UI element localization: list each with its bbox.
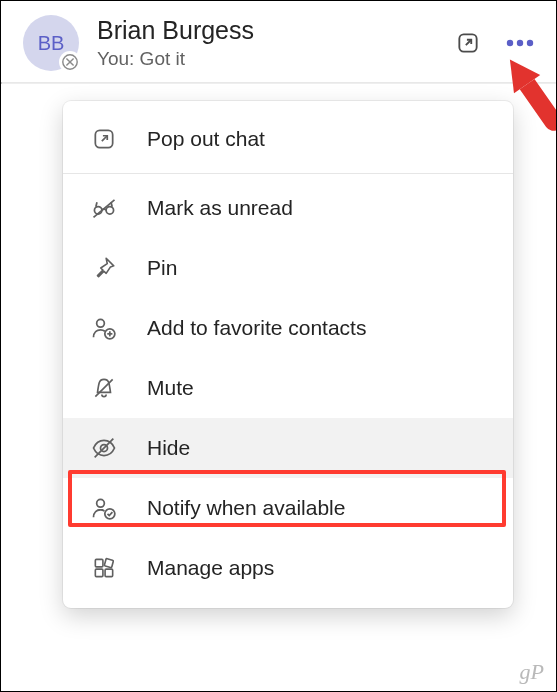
svg-point-5 — [517, 40, 523, 46]
people-add-icon — [89, 313, 119, 343]
svg-point-9 — [106, 207, 113, 214]
divider — [1, 82, 556, 84]
menu-separator — [63, 173, 513, 174]
glasses-slash-icon — [89, 193, 119, 223]
menu-item-pop-out[interactable]: Pop out chat — [63, 109, 513, 169]
menu-item-label: Pin — [147, 256, 177, 280]
svg-line-17 — [95, 439, 114, 458]
more-options-button[interactable] — [502, 25, 538, 61]
context-menu: Pop out chat Mark as unread Pin — [63, 101, 513, 608]
chat-contact-name: Brian Burgess — [97, 15, 450, 45]
pop-out-button[interactable] — [450, 25, 486, 61]
menu-item-mark-unread[interactable]: Mark as unread — [63, 178, 513, 238]
person-check-icon — [89, 493, 119, 523]
menu-item-label: Manage apps — [147, 556, 274, 580]
chat-preview: You: Got it — [97, 47, 450, 72]
avatar-wrap: BB — [23, 15, 79, 71]
avatar-initials: BB — [38, 32, 65, 55]
menu-item-pin[interactable]: Pin — [63, 238, 513, 298]
chat-actions — [450, 25, 538, 61]
presence-offline-icon — [59, 51, 81, 73]
menu-item-label: Mark as unread — [147, 196, 293, 220]
menu-item-manage-apps[interactable]: Manage apps — [63, 538, 513, 598]
pin-icon — [89, 253, 119, 283]
chat-text: Brian Burgess You: Got it — [97, 15, 450, 72]
svg-point-6 — [527, 40, 533, 46]
menu-item-hide[interactable]: Hide — [63, 418, 513, 478]
menu-item-label: Add to favorite contacts — [147, 316, 366, 340]
pop-out-icon — [89, 124, 119, 154]
bell-slash-icon — [89, 373, 119, 403]
svg-rect-22 — [95, 569, 103, 577]
menu-item-add-favorite[interactable]: Add to favorite contacts — [63, 298, 513, 358]
svg-rect-23 — [105, 569, 113, 577]
menu-item-label: Mute — [147, 376, 194, 400]
menu-item-label: Hide — [147, 436, 190, 460]
svg-point-18 — [97, 499, 105, 507]
svg-rect-21 — [104, 558, 113, 567]
svg-point-4 — [507, 40, 513, 46]
svg-rect-20 — [95, 559, 103, 567]
watermark: gP — [520, 659, 544, 685]
apps-icon — [89, 553, 119, 583]
menu-item-label: Notify when available — [147, 496, 345, 520]
menu-item-mute[interactable]: Mute — [63, 358, 513, 418]
eye-slash-icon — [89, 433, 119, 463]
menu-item-label: Pop out chat — [147, 127, 265, 151]
svg-point-11 — [97, 319, 105, 327]
chat-list-item[interactable]: BB Brian Burgess You: Got it — [1, 1, 556, 82]
menu-item-notify[interactable]: Notify when available — [63, 478, 513, 538]
